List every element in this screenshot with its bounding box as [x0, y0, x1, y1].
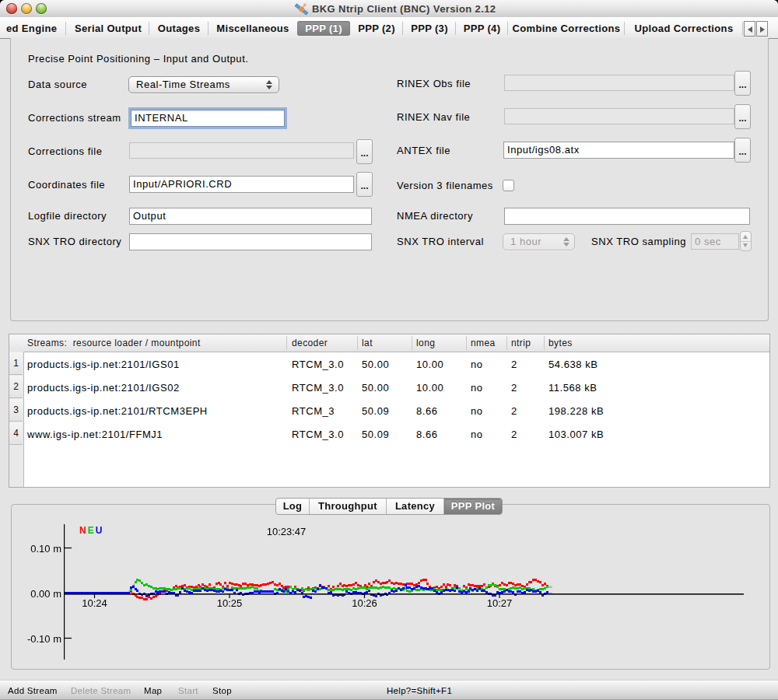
snx-tro-interval-select[interactable]: 1 hour — [503, 233, 575, 250]
legend-item-e: E — [88, 525, 94, 536]
tab-label: ed Engine — [6, 23, 57, 34]
main-tab-ppp-2[interactable]: PPP (2) — [350, 21, 403, 36]
cell-ntrip: 2 — [511, 382, 517, 394]
main-tab-combine-corrections[interactable]: Combine Corrections — [508, 21, 625, 36]
corrections-file-input[interactable] — [129, 142, 354, 159]
row-number[interactable]: 4 — [9, 422, 23, 445]
row-number[interactable]: 3 — [9, 399, 23, 422]
tab-label: PPP (2) — [358, 23, 395, 34]
close-window-button[interactable] — [6, 3, 17, 14]
column-header-long[interactable]: long — [416, 338, 435, 348]
column-header-bytes[interactable]: bytes — [548, 338, 573, 348]
column-header-nmea[interactable]: nmea — [471, 338, 496, 348]
cell-mountpoint: products.igs-ip.net:2101/IGS01 — [27, 359, 180, 370]
cell-ntrip: 2 — [511, 405, 517, 417]
tab-scroll-right-button[interactable] — [756, 21, 768, 37]
snx-tro-sampling-input[interactable]: 0 sec — [691, 233, 739, 250]
status-action-label: Add Stream — [8, 686, 58, 695]
snx-tro-sampling-spinner[interactable] — [740, 231, 752, 251]
rinex-obs-file-browse-button[interactable]: ... — [734, 71, 751, 96]
plot-title-timestamp: 10:23:47 — [267, 526, 307, 537]
rinex-nav-file-browse-button[interactable]: ... — [734, 104, 751, 129]
main-tab-ppp-4[interactable]: PPP (4) — [456, 21, 508, 36]
bottom-tab-ppp-plot[interactable]: PPP Plot — [444, 499, 502, 514]
updown-arrows-icon — [563, 234, 569, 250]
coordinates-file-browse-button[interactable]: ... — [356, 172, 373, 197]
stream-row[interactable]: products.igs-ip.net:2101/RTCM3EPHRTCM_35… — [24, 399, 769, 422]
panel-description: Precise Point Positioning – Input and Ou… — [28, 53, 248, 65]
main-tab-upload-corrections[interactable]: Upload Corrections — [625, 21, 743, 36]
tab-scroll-left-button[interactable] — [744, 21, 755, 37]
status-action-start: Start — [178, 686, 198, 695]
cell-mountpoint: www.igs-ip.net:2101/FFMJ1 — [27, 429, 163, 440]
corrections-stream-input[interactable]: INTERNAL — [131, 110, 285, 127]
cell-long: 10.00 — [416, 382, 443, 394]
data-source-label: Data source — [28, 79, 87, 90]
nmea-directory-input[interactable] — [504, 208, 750, 225]
tab-separator — [742, 22, 743, 35]
rinex-obs-file-label: RINEX Obs file — [397, 78, 471, 89]
row-number[interactable]: 2 — [9, 376, 23, 398]
status-action-add-stream[interactable]: Add Stream — [8, 686, 58, 695]
streams-table[interactable]: Streams: resource loader / mountpointdec… — [9, 334, 770, 488]
bottom-tab-latency[interactable]: Latency — [387, 499, 444, 514]
main-tab-ed-engine[interactable]: ed Engine — [0, 21, 66, 36]
left-arrow-icon — [748, 26, 752, 33]
zoom-window-button[interactable] — [36, 3, 47, 14]
status-action-label: Delete Stream — [71, 686, 131, 695]
status-action-stop[interactable]: Stop — [212, 686, 232, 695]
status-action-label: Map — [144, 686, 162, 695]
ppp-plot-canvas — [0, 504, 778, 670]
tab-label: Throughput — [318, 500, 377, 512]
x-tick-label: 10:25 — [217, 597, 243, 609]
main-tab-ppp-3[interactable]: PPP (3) — [403, 21, 456, 36]
corrections-file-browse-button[interactable]: ... — [356, 139, 373, 164]
updown-arrows-icon — [266, 77, 272, 93]
snx-tro-directory-input[interactable] — [129, 233, 372, 250]
title-bar[interactable]: BKG Ntrip Client (BNC) Version 2.12 — [0, 0, 778, 18]
column-header-lat[interactable]: lat — [362, 338, 373, 348]
column-separator — [506, 336, 507, 350]
stream-row[interactable]: products.igs-ip.net:2101/IGS02RTCM_3.050… — [24, 376, 769, 399]
antex-file-browse-button[interactable]: ... — [734, 138, 751, 163]
rinex-nav-file-input[interactable] — [504, 108, 734, 124]
main-tab-miscellaneous[interactable]: Miscellaneous — [209, 21, 297, 36]
tab-label: Serial Output — [75, 23, 142, 34]
tab-label: PPP (1) — [305, 23, 342, 34]
version3-filenames-checkbox[interactable] — [503, 180, 514, 191]
tab-label: PPP Plot — [451, 500, 495, 512]
row-number[interactable]: 1 — [9, 352, 23, 375]
column-header-mountpoint[interactable]: Streams: resource loader / mountpoint — [27, 338, 201, 348]
cell-mountpoint: products.igs-ip.net:2101/RTCM3EPH — [27, 405, 208, 417]
minimize-window-button[interactable] — [21, 3, 32, 14]
y-tick-label: 0.00 m — [30, 587, 61, 599]
tab-label: Latency — [395, 500, 435, 512]
column-separator — [466, 336, 467, 350]
logfile-directory-input[interactable]: Output — [129, 208, 372, 225]
antex-file-input[interactable]: Input/igs08.atx — [503, 142, 734, 159]
cell-long: 8.66 — [416, 405, 438, 417]
rinex-obs-file-input[interactable] — [504, 75, 734, 91]
cell-decoder: RTCM_3.0 — [292, 429, 344, 440]
tab-label: PPP (4) — [464, 23, 501, 34]
main-tab-serial-output[interactable]: Serial Output — [67, 21, 149, 36]
cell-lat: 50.09 — [362, 429, 389, 440]
main-tab-bar: ed EngineSerial OutputOutagesMiscellaneo… — [0, 17, 778, 39]
app-window: BKG Ntrip Client (BNC) Version 2.12 ed E… — [0, 0, 778, 700]
bottom-tab-log[interactable]: Log — [276, 499, 310, 514]
status-bar: Add StreamDelete StreamMapStartStopHelp?… — [0, 681, 778, 700]
corrections-file-label: Corrections file — [28, 145, 103, 157]
stream-row[interactable]: products.igs-ip.net:2101/IGS01RTCM_3.050… — [24, 352, 769, 376]
coordinates-file-input[interactable]: Input/APRIORI.CRD — [129, 176, 354, 193]
stream-row[interactable]: www.igs-ip.net:2101/FFMJ1RTCM_3.050.098.… — [24, 422, 769, 446]
cell-decoder: RTCM_3.0 — [292, 382, 344, 394]
main-tab-outages[interactable]: Outages — [149, 21, 209, 36]
column-header-ntrip[interactable]: ntrip — [511, 338, 531, 348]
main-tab-ppp-1[interactable]: PPP (1) — [297, 21, 350, 36]
status-action-map[interactable]: Map — [144, 686, 162, 695]
plot-legend: NEU — [79, 524, 103, 535]
data-source-select[interactable]: Real-Time Streams — [128, 76, 279, 93]
column-header-decoder[interactable]: decoder — [292, 338, 328, 348]
cell-decoder: RTCM_3.0 — [292, 359, 344, 370]
bottom-tab-throughput[interactable]: Throughput — [310, 499, 387, 514]
